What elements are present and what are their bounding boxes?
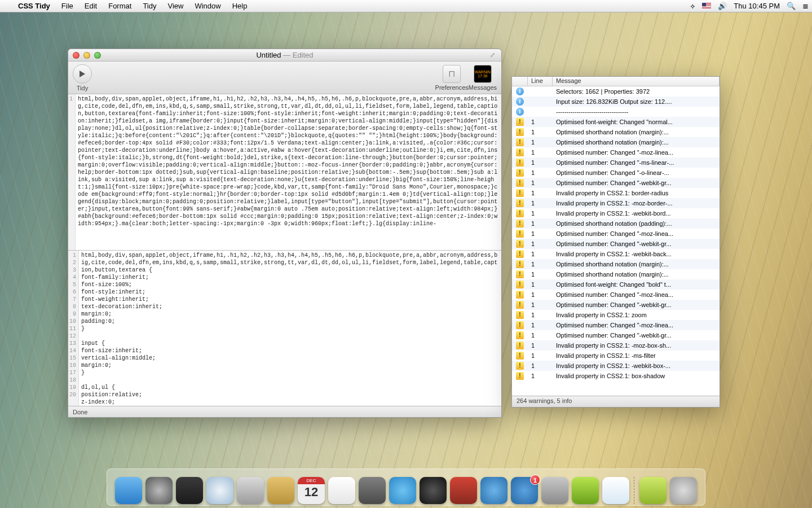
message-row[interactable]: 1Optimised shorthand notation (margin):.… — [512, 259, 720, 269]
message-row[interactable]: 1Optimised number: Changed "-webkit-gr..… — [512, 239, 720, 249]
message-text: Invalid property in CSS2.1: zoom — [553, 312, 720, 318]
message-row[interactable]: 1Optimised number: Changed "-o-linear-..… — [512, 168, 720, 178]
input-source-icon[interactable] — [699, 3, 714, 9]
bottom-editor-pane[interactable]: 1 2 3 4 5 6 7 8 9 10 11 12 13 14 15 16 1… — [68, 250, 501, 406]
dock-app-store[interactable]: 1 — [511, 477, 538, 504]
dock-reminders[interactable] — [328, 477, 355, 504]
dock-archive-utility[interactable] — [572, 477, 599, 504]
menu-help[interactable]: Help — [227, 2, 253, 10]
message-row[interactable]: 1Optimised number: Changed "-webkit-gr..… — [512, 300, 720, 310]
message-row[interactable]: 1Optimised shorthand notation (margin):.… — [512, 127, 720, 137]
message-row[interactable]: 1Optimised number: Changed "-ms-linear-.… — [512, 157, 720, 168]
message-row[interactable]: 1Optimised number: Changed "-moz-linea..… — [512, 229, 720, 239]
dock-mail[interactable] — [237, 477, 264, 504]
notification-center-icon[interactable]: ≣ — [799, 2, 812, 10]
dock-mission-control[interactable] — [176, 477, 203, 504]
message-row[interactable]: 1Invalid property in CSS2.1: -webkit-box… — [512, 361, 720, 371]
line-gutter: 1 2 3 4 5 6 7 8 9 10 11 12 13 14 15 16 1… — [68, 251, 79, 406]
tidy-button[interactable]: Tidy — [73, 64, 92, 91]
code-content[interactable]: html,body,div,span,applet,object,iframe,… — [79, 251, 501, 406]
volume-icon[interactable]: 🔊 — [714, 2, 730, 10]
message-row[interactable]: 1Optimised number: Changed "-moz-linea..… — [512, 320, 720, 330]
dock-calendar[interactable]: DEC12 — [298, 477, 325, 504]
menu-tidy[interactable]: Tidy — [137, 2, 162, 10]
dock-safari[interactable] — [206, 477, 233, 504]
close-button[interactable] — [73, 52, 80, 59]
dock-facetime[interactable] — [420, 477, 447, 504]
warning-icon — [516, 179, 524, 187]
message-row[interactable]: 1Invalid property in CSS2.1: -ms-filter — [512, 351, 720, 361]
line-number: 1 — [528, 362, 553, 369]
message-row[interactable]: 1Invalid property in CSS2.1: -webkit-bor… — [512, 208, 720, 218]
line-number: 1 — [528, 230, 553, 237]
dock-finder[interactable] — [115, 477, 142, 504]
messages-footer: 264 warnings, 5 info — [512, 396, 720, 407]
message-row[interactable]: 1Optimised number: Changed "-moz-linea..… — [512, 147, 720, 157]
message-row[interactable]: 1Optimised number: Changed "-webkit-gr..… — [512, 330, 720, 340]
message-row[interactable]: 1Invalid property in CSS2.1: zoom — [512, 310, 720, 320]
editor-window: Untitled — Edited ⤢ Tidy ⊓ Preferences W… — [68, 49, 502, 418]
dock-css-tidy-app[interactable] — [602, 477, 629, 504]
message-row[interactable]: 1Optimised number: Changed "-moz-linea..… — [512, 290, 720, 300]
messages-header: Line Message — [512, 77, 720, 86]
message-row[interactable]: 1Optimised shorthand notation (margin):.… — [512, 269, 720, 279]
warning-icon — [516, 331, 524, 339]
message-text: Selectors: 1662 | Properties: 3972 — [553, 88, 720, 95]
menu-window[interactable]: Window — [189, 2, 226, 10]
dock-downloads[interactable] — [639, 477, 667, 504]
minimize-button[interactable] — [83, 52, 90, 59]
col-message[interactable]: Message — [553, 77, 720, 86]
col-line[interactable]: Line — [528, 77, 553, 86]
message-row[interactable]: 1Optimised font-weight: Changed "bold" t… — [512, 279, 720, 290]
message-row[interactable]: 1Optimised number: Changed "-webkit-gr..… — [512, 178, 720, 188]
app-menu[interactable]: CSS Tidy — [12, 2, 56, 10]
message-row[interactable]: 1Invalid property in CSS2.1: border-radi… — [512, 188, 720, 198]
dock-preview[interactable] — [359, 477, 386, 504]
message-text: Invalid property in CSS2.1: -webkit-box-… — [553, 362, 720, 369]
preferences-button[interactable]: ⊓ Preferences — [435, 65, 469, 91]
message-row[interactable]: 1Optimised shorthand notation (margin):.… — [512, 137, 720, 147]
message-row[interactable]: 1Optimised shorthand notation (padding):… — [512, 218, 720, 229]
message-row[interactable]: 1Invalid property in CSS2.1: box-shadow — [512, 371, 720, 381]
spotlight-icon[interactable]: 🔍 — [783, 2, 799, 10]
menu-file[interactable]: File — [56, 2, 79, 10]
message-text: Optimised number: Changed "-webkit-gr... — [553, 332, 720, 339]
line-number: 1 — [528, 271, 553, 278]
dock-photo-booth[interactable] — [450, 477, 477, 504]
message-text: Invalid property in CSS2.1: -moz-border-… — [553, 200, 720, 207]
col-icon[interactable] — [512, 77, 528, 86]
dock-messages[interactable] — [389, 477, 416, 504]
message-text: Optimised number: Changed "-webkit-gr... — [553, 179, 720, 186]
message-row[interactable]: 1Optimised font-weight: Changed "normal.… — [512, 117, 720, 127]
menu-view[interactable]: View — [162, 2, 189, 10]
warning-icon — [516, 372, 524, 380]
titlebar[interactable]: Untitled — Edited ⤢ — [68, 49, 501, 62]
dock-system-preferences[interactable] — [541, 477, 568, 504]
clock[interactable]: Thu 10:45 PM — [730, 2, 783, 10]
message-row[interactable]: 1Invalid property in CSS2.1: -webkit-bac… — [512, 249, 720, 259]
line-number: 1 — [528, 281, 553, 288]
message-row[interactable]: iSelectors: 1662 | Properties: 3972 — [512, 86, 720, 97]
message-text: Optimised font-weight: Changed "bold" t.… — [553, 281, 720, 288]
message-row[interactable]: iInput size: 126.832KiB Output size: 112… — [512, 97, 720, 107]
dock-launchpad[interactable] — [145, 477, 173, 504]
dock-itunes[interactable] — [480, 477, 508, 504]
code-content[interactable]: html,body,div,span,applet,object,iframe,… — [76, 94, 501, 250]
line-number: 1 — [528, 240, 553, 247]
messages-button[interactable]: WARNIN17:36 Messages — [469, 65, 497, 91]
menu-edit[interactable]: Edit — [79, 2, 103, 10]
top-editor-pane[interactable]: 1 html,body,div,span,applet,object,ifram… — [68, 94, 501, 250]
fullscreen-icon[interactable]: ⤢ — [490, 51, 498, 59]
dock-trash[interactable] — [670, 477, 697, 504]
bluetooth-icon[interactable]: ⟡ — [687, 2, 699, 11]
warning-icon — [516, 352, 524, 360]
message-row[interactable]: 1Invalid property in CSS2.1: -moz-box-sh… — [512, 340, 720, 351]
message-row[interactable]: i----------------------------------- — [512, 107, 720, 117]
dock-contacts[interactable] — [267, 477, 294, 504]
messages-list[interactable]: iSelectors: 1662 | Properties: 3972iInpu… — [512, 86, 720, 396]
menu-format[interactable]: Format — [103, 2, 137, 10]
warning-icon — [516, 240, 524, 248]
message-row[interactable]: 1Invalid property in CSS2.1: -moz-border… — [512, 198, 720, 208]
line-number: 1 — [528, 332, 553, 339]
zoom-button[interactable] — [94, 52, 101, 59]
